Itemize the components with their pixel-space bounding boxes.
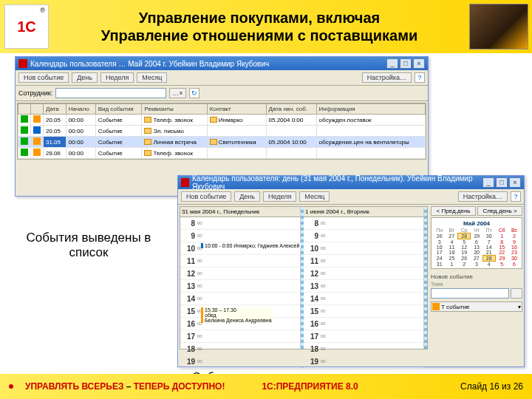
calendar-day-cell[interactable]: 3 (433, 239, 446, 245)
hour-row[interactable]: 1900 (180, 355, 300, 368)
calendar-event[interactable]: 15.30 – 17.30 обед Белкина Дениса Андрее… (201, 307, 273, 323)
calendar-day-cell[interactable]: 1 (495, 233, 508, 239)
calendar-day-cell[interactable]: 10 (433, 245, 446, 250)
calendar-day-cell[interactable]: 18 (446, 250, 457, 256)
calendar-day-cell[interactable]: 15 (495, 245, 508, 250)
calendar-day-cell[interactable]: 30 (482, 233, 495, 239)
new-event-add-button[interactable] (511, 288, 522, 299)
col-dateplan[interactable]: Дата нач. соб. (266, 104, 316, 115)
minimize-button[interactable]: _ (386, 58, 398, 69)
view-week-button[interactable]: Неделя (100, 72, 134, 83)
calendar-day-cell[interactable]: 13 (471, 245, 482, 250)
prev-day-button[interactable]: < Пред.день (431, 206, 476, 216)
hour-row[interactable]: 1500 (304, 305, 423, 318)
calendar-day-cell[interactable]: 2 (508, 233, 520, 239)
col-info[interactable]: Информация (316, 104, 425, 115)
table-row[interactable]: 20.05 00:00 Событие Телеф. звонок Инмарк… (18, 115, 426, 126)
event-type-selector[interactable]: Т событие ▾ (431, 301, 522, 312)
calendar-day-cell[interactable]: 23 (508, 250, 520, 256)
calendar-day-cell[interactable]: 11 (446, 245, 457, 250)
calendar-day-cell[interactable]: 20 (471, 250, 482, 256)
field-clear-button[interactable]: …× (169, 88, 185, 98)
hour-row[interactable]: 800 (304, 217, 423, 230)
calendar-day-cell[interactable]: 28 (482, 256, 495, 262)
hour-row[interactable]: 1200 (180, 267, 300, 280)
hour-row[interactable]: 1300 (304, 280, 423, 293)
calendar-day-cell[interactable]: 4 (446, 239, 457, 245)
settings-button[interactable]: Настройка… (362, 72, 412, 83)
calendar-day-cell[interactable]: 22 (495, 250, 508, 256)
calendar-day-cell[interactable]: 5 (495, 262, 508, 267)
col-contact[interactable]: Контакт (207, 104, 266, 115)
view-month-button[interactable]: Месяц (299, 191, 330, 202)
calendar-day-cell[interactable]: 25 (446, 256, 457, 262)
calendar-day-cell[interactable]: 30 (508, 256, 520, 262)
calendar-day-cell[interactable]: 16 (508, 245, 520, 250)
new-event-input[interactable] (431, 288, 509, 299)
col-req[interactable]: Реквизиты (142, 104, 207, 115)
employee-field[interactable] (55, 88, 166, 98)
calendar-day-cell[interactable]: 19 (458, 250, 471, 256)
next-day-button[interactable]: След.день > (477, 206, 522, 216)
close-button[interactable]: × (509, 177, 521, 188)
calendar-day-cell[interactable]: 27 (446, 233, 457, 239)
maximize-button[interactable]: □ (496, 177, 508, 188)
hour-row[interactable]: 1400 (304, 293, 423, 305)
calendar-day-cell[interactable]: 2 (458, 262, 471, 267)
calendar-day-cell[interactable]: 24 (433, 256, 446, 262)
view-week-button[interactable]: Неделя (263, 191, 296, 202)
month-calendar[interactable]: Май 2004 ПнВтСрЧтПтСбВс26272829301234567… (431, 217, 522, 269)
refresh-icon[interactable]: ↻ (189, 88, 200, 98)
hour-row[interactable]: 1300 (180, 280, 300, 293)
calendar-day-cell[interactable]: 5 (458, 239, 471, 245)
new-event-button[interactable]: Нов событие (18, 72, 69, 83)
hour-row[interactable]: 1400 (180, 293, 300, 305)
win2-titlebar[interactable]: Календарь пользователя: день (31 мая 200… (178, 176, 524, 189)
col-icon[interactable] (31, 104, 44, 115)
hour-row[interactable]: 800 (180, 217, 300, 230)
minimize-button[interactable]: _ (482, 177, 494, 188)
hour-row[interactable]: 900 (304, 230, 423, 242)
calendar-day-cell[interactable]: 26 (458, 256, 471, 262)
hour-row[interactable]: 1000 (304, 242, 423, 255)
hour-row[interactable]: 900 (180, 230, 300, 242)
calendar-day-cell[interactable]: 21 (482, 250, 495, 256)
hour-row[interactable]: 1800 (304, 343, 423, 355)
view-day-button[interactable]: День (72, 72, 98, 83)
table-row[interactable]: 28.06 00:00 Событие Телеф. звонок (18, 148, 426, 159)
calendar-day-cell[interactable]: 31 (433, 262, 446, 267)
hour-row[interactable]: 1600 (304, 318, 423, 330)
hour-row[interactable]: 1900 (304, 355, 423, 368)
calendar-day-cell[interactable]: 1 (446, 262, 457, 267)
calendar-day-cell[interactable]: 28 (458, 233, 471, 239)
hour-row[interactable]: 1800 (180, 343, 300, 355)
help-icon[interactable]: ? (415, 72, 425, 83)
hour-row[interactable]: 1700 (304, 330, 423, 343)
settings-button[interactable]: Настройка… (458, 191, 508, 202)
table-row[interactable]: 31.05 00:00 Событие Личная встреча Свето… (18, 137, 426, 148)
col-start[interactable]: Начало (66, 104, 95, 115)
calendar-event[interactable]: 10:00 - 0:00 Инмарко; Гаджиев Алексей (201, 243, 301, 248)
hours-column[interactable]: 8009001000110012001300140015001600170018… (304, 217, 423, 368)
col-flag[interactable] (18, 104, 31, 115)
win1-titlebar[interactable]: Календарь пользователя … Май 2004 г. Убе… (16, 57, 428, 70)
calendar-day-cell[interactable]: 9 (508, 239, 520, 245)
calendar-day-cell[interactable]: 12 (458, 245, 471, 250)
calendar-day-cell[interactable]: 27 (471, 256, 482, 262)
calendar-day-cell[interactable]: 29 (471, 233, 482, 239)
help-icon[interactable]: ? (511, 191, 521, 202)
maximize-button[interactable]: □ (400, 58, 412, 69)
calendar-day-cell[interactable]: 4 (482, 262, 495, 267)
calendar-day-cell[interactable]: 29 (495, 256, 508, 262)
calendar-day-cell[interactable]: 26 (433, 233, 446, 239)
close-button[interactable]: × (413, 58, 425, 69)
calendar-day-cell[interactable]: 6 (471, 239, 482, 245)
calendar-day-cell[interactable]: 7 (482, 239, 495, 245)
hour-row[interactable]: 1100 (304, 255, 423, 267)
hour-row[interactable]: 1100 (180, 255, 300, 267)
col-date[interactable]: Дата (44, 104, 66, 115)
view-month-button[interactable]: Месяц (137, 72, 167, 83)
calendar-day-cell[interactable]: 8 (495, 239, 508, 245)
calendar-day-cell[interactable]: 14 (482, 245, 495, 250)
new-event-button[interactable]: Нов событие (181, 191, 231, 202)
